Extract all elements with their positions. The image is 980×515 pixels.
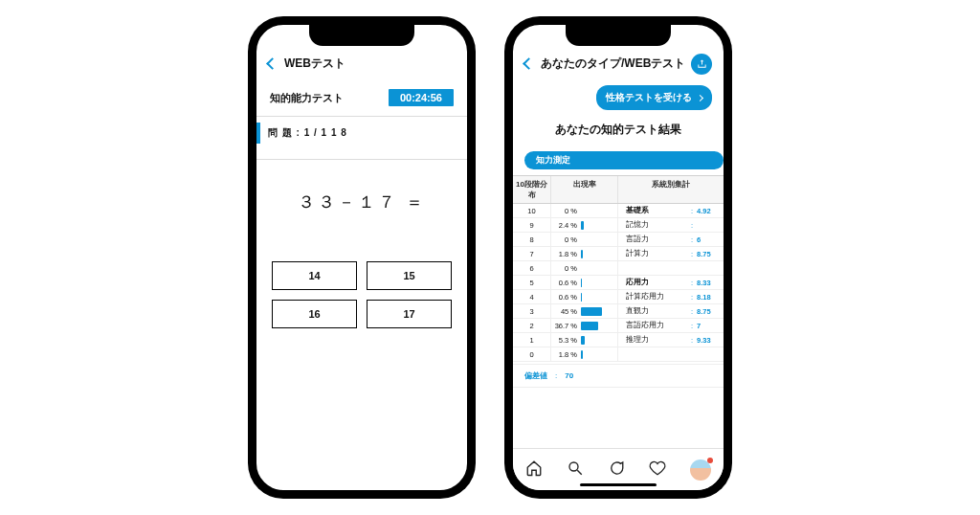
dist-bar-wrap [580, 218, 618, 232]
distribution-row: 100 % [513, 204, 618, 218]
distribution-row: 71.8 % [513, 247, 618, 261]
dist-bar-wrap [580, 333, 618, 347]
distribution-row: 50.6 % [513, 276, 618, 290]
cta-row: 性格テストを受ける [513, 79, 724, 120]
col-header-distribution: 10段階分布 [513, 176, 551, 203]
stat-value: 9.33 [697, 336, 724, 345]
col-header-stats: 系統別集計 [618, 176, 724, 203]
page-title: あなたのタイプ/WEBテスト [541, 56, 685, 72]
distribution-row: 01.8 % [513, 347, 618, 362]
timer: 00:24:56 [389, 89, 454, 106]
dist-level: 10 [513, 204, 551, 217]
question-text: ３３－１７ ＝ [256, 190, 467, 213]
dist-bar [581, 221, 584, 230]
answer-option[interactable]: 16 [272, 300, 357, 328]
table-header: 10段階分布 出現率 系統別集計 [513, 175, 724, 204]
deviation-row: 偏差値 : 70 [513, 364, 724, 388]
dist-level: 0 [513, 347, 551, 361]
tab-favorites[interactable] [649, 459, 666, 481]
answer-option[interactable]: 14 [272, 261, 357, 290]
chat-icon [608, 459, 625, 477]
section-badge: 知力測定 [524, 151, 724, 169]
data-area: 100 %92.4 %80 %71.8 %60 %50.6 %40.6 %345… [513, 204, 724, 362]
stat-value: 8.18 [697, 293, 724, 302]
search-icon [567, 459, 584, 477]
dist-level: 6 [513, 261, 551, 275]
dist-level: 4 [513, 290, 551, 303]
dist-level: 9 [513, 218, 551, 232]
answer-option[interactable]: 15 [367, 261, 452, 290]
distribution-row: 92.4 % [513, 218, 618, 233]
dist-bar [581, 293, 582, 302]
stat-label: 基礎系 [626, 206, 687, 215]
stat-label: 直観力 [626, 306, 687, 316]
chevron-right-icon [697, 94, 703, 101]
stat-row: 計算応用力:8.18 [618, 290, 724, 304]
personality-test-button[interactable]: 性格テストを受ける [596, 85, 712, 110]
page-title: WEBテスト [284, 56, 345, 72]
dist-level: 1 [513, 333, 551, 347]
question-counter: 問 題 : 1 / 1 1 8 [256, 123, 467, 144]
tab-home[interactable] [525, 459, 543, 481]
stat-label: 計算力 [626, 249, 687, 258]
dist-percent: 45 % [551, 304, 580, 318]
dist-percent: 36.7 % [551, 319, 580, 332]
dist-percent: 0 % [551, 261, 580, 275]
dist-bar-wrap [580, 347, 618, 361]
header: あなたのタイプ/WEBテスト [513, 50, 724, 79]
distribution-row: 236.7 % [513, 319, 618, 333]
dist-level: 2 [513, 319, 551, 332]
share-button[interactable] [691, 54, 712, 75]
home-indicator [580, 483, 657, 486]
tab-chat[interactable] [608, 459, 625, 481]
dist-percent: 1.8 % [551, 247, 580, 260]
dist-bar-wrap [580, 204, 618, 217]
dist-bar-wrap [580, 276, 618, 289]
cta-label: 性格テストを受ける [606, 91, 692, 104]
stat-row: 記憶力: [618, 218, 724, 233]
stat-label: 記憶力 [626, 220, 687, 230]
svg-point-0 [569, 462, 578, 471]
screen-left: WEBテスト 知的能力テスト 00:24:56 問 題 : 1 / 1 1 8 … [256, 25, 467, 490]
dist-level: 3 [513, 304, 551, 318]
stat-row: 言語力:6 [618, 233, 724, 247]
divider [256, 116, 467, 117]
dist-bar [581, 322, 598, 330]
dist-percent: 0.6 % [551, 276, 580, 289]
answer-grid: 14 15 16 17 [256, 261, 467, 328]
stat-label: 言語力 [626, 235, 687, 244]
tab-search[interactable] [567, 459, 584, 481]
dist-percent: 1.8 % [551, 347, 580, 361]
back-icon[interactable] [523, 57, 535, 70]
back-icon[interactable] [266, 57, 278, 70]
tab-profile[interactable] [690, 459, 711, 481]
stat-row [618, 347, 724, 362]
stat-value: 6 [697, 235, 724, 244]
dist-percent: 0 % [551, 204, 580, 217]
stat-row [618, 261, 724, 276]
stat-value: 8.75 [697, 250, 724, 258]
header: WEBテスト [256, 50, 467, 79]
distribution-row: 345 % [513, 304, 618, 319]
screen-right: あなたのタイプ/WEBテスト 性格テストを受ける あなたの知的テスト結果 知力測… [513, 25, 724, 490]
phone-right: あなたのタイプ/WEBテスト 性格テストを受ける あなたの知的テスト結果 知力測… [505, 17, 731, 498]
dist-bar [581, 250, 583, 258]
stat-label: 計算応用力 [626, 292, 687, 302]
dist-bar-wrap [580, 247, 618, 260]
avatar-icon [690, 459, 711, 481]
stat-row: 計算力:8.75 [618, 247, 724, 261]
answer-option[interactable]: 17 [367, 300, 452, 328]
divider [256, 159, 467, 160]
stat-value: 4.92 [697, 207, 724, 215]
dist-bar-wrap [580, 233, 618, 246]
stat-row: 直観力:8.75 [618, 304, 724, 319]
stat-label: 応用力 [626, 278, 687, 287]
subheader: 知的能力テスト 00:24:56 [256, 79, 467, 106]
stat-label: 推理力 [626, 335, 687, 345]
stat-value: 8.75 [697, 307, 724, 316]
dist-percent: 5.3 % [551, 333, 580, 347]
dist-bar [581, 307, 602, 316]
stat-row: 基礎系:4.92 [618, 204, 724, 218]
notch [566, 25, 671, 46]
stat-value: 7 [697, 322, 724, 330]
